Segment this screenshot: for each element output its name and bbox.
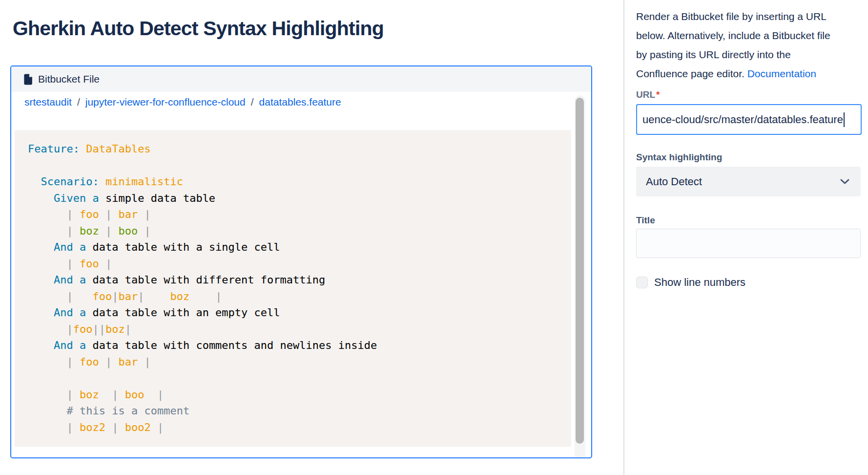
scrollbar-thumb[interactable] [576, 98, 584, 444]
breadcrumb-workspace[interactable]: srtestaudit [24, 96, 72, 108]
documentation-link[interactable]: Documentation [747, 68, 816, 79]
show-line-numbers-row: Show line numbers [636, 276, 862, 289]
intro-text: Render a Bitbucket file by inserting a U… [636, 7, 868, 83]
macro-title: Bitbucket File [38, 73, 100, 85]
title-input[interactable] [636, 229, 861, 258]
breadcrumb-separator: / [251, 96, 254, 108]
url-input-value: uence-cloud/src/master/datatables.featur… [642, 113, 843, 126]
breadcrumb: srtestaudit/jupyter-viewer-for-confluenc… [11, 92, 591, 119]
required-asterisk: * [656, 89, 660, 100]
show-line-numbers-label: Show line numbers [654, 276, 745, 289]
url-label: URL* [636, 89, 862, 100]
breadcrumb-file[interactable]: datatables.feature [259, 96, 341, 108]
scrollbar-track[interactable] [575, 95, 585, 458]
chevron-down-icon [840, 178, 850, 185]
url-input[interactable]: uence-cloud/src/master/datatables.featur… [636, 104, 862, 135]
macro-config-sidebar: Render a Bitbucket file by inserting a U… [636, 0, 862, 289]
syntax-highlighting-label: Syntax highlighting [636, 152, 862, 163]
document-icon [23, 74, 33, 85]
show-line-numbers-checkbox[interactable] [636, 277, 648, 288]
breadcrumb-repository[interactable]: jupyter-viewer-for-confluence-cloud [85, 96, 246, 108]
syntax-highlighting-value: Auto Detect [646, 175, 702, 188]
macro-header: Bitbucket File [11, 66, 591, 92]
text-cursor [844, 112, 845, 127]
page-title: Gherkin Auto Detect Syntax Highlighting [13, 16, 623, 41]
syntax-highlighting-select[interactable]: Auto Detect [636, 167, 861, 196]
code-viewer: Feature: DataTables Scenario: minimalist… [15, 130, 571, 447]
breadcrumb-separator: / [77, 96, 80, 108]
main-content: Gherkin Auto Detect Syntax Highlighting … [0, 0, 623, 475]
sidebar-divider [623, 0, 624, 475]
bitbucket-file-macro-panel[interactable]: Bitbucket File srtestaudit/jupyter-viewe… [10, 65, 592, 458]
title-label: Title [636, 215, 862, 226]
